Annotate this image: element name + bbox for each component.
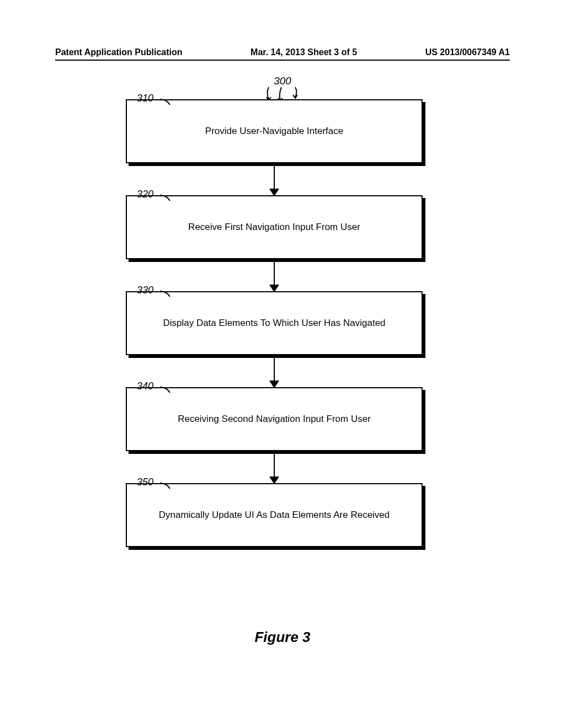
figure-reference: 300	[274, 75, 291, 87]
label-connector-icon	[159, 482, 171, 490]
label-connector-icon	[159, 290, 171, 298]
header-rule	[55, 60, 510, 61]
label-connector-icon	[159, 98, 171, 106]
figure-caption: Figure 3	[0, 629, 565, 646]
step-box: Provide User-Navigable Interface	[126, 99, 423, 163]
step-label: 320	[137, 189, 153, 200]
step-box: Display Data Elements To Which User Has …	[126, 291, 423, 355]
label-connector-icon	[159, 386, 171, 394]
flowchart-step: 310 Provide User-Navigable Interface	[126, 99, 423, 163]
publication-type: Patent Application Publication	[55, 47, 183, 57]
step-label: 340	[137, 381, 153, 392]
step-box: Receive First Navigation Input From User	[126, 195, 423, 259]
arrow-down-icon	[274, 355, 275, 387]
arrow-down-icon	[274, 163, 275, 195]
flowchart-step: 350 Dynamically Update UI As Data Elemen…	[126, 483, 423, 547]
step-box: Dynamically Update UI As Data Elements A…	[126, 483, 423, 547]
step-label: 330	[137, 285, 153, 296]
step-label: 350	[137, 477, 153, 488]
flowchart-step: 320 Receive First Navigation Input From …	[126, 195, 423, 259]
page-header: Patent Application Publication Mar. 14, …	[0, 47, 565, 57]
arrow-down-icon	[274, 451, 275, 483]
publication-number: US 2013/0067349 A1	[425, 47, 510, 57]
flowchart: 310 Provide User-Navigable Interface 320…	[126, 99, 423, 547]
label-connector-icon	[159, 194, 171, 202]
step-box: Receiving Second Navigation Input From U…	[126, 387, 423, 451]
sheet-info: Mar. 14, 2013 Sheet 3 of 5	[250, 47, 357, 57]
flowchart-step: 330 Display Data Elements To Which User …	[126, 291, 423, 355]
step-label: 310	[137, 93, 153, 104]
arrow-down-icon	[274, 259, 275, 291]
flowchart-step: 340 Receiving Second Navigation Input Fr…	[126, 387, 423, 451]
